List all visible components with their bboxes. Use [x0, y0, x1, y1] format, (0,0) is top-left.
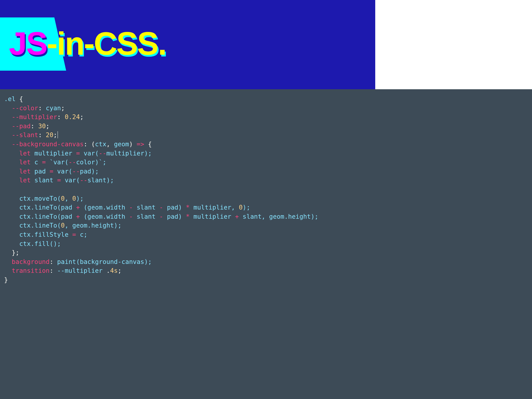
selector: .el	[4, 95, 15, 103]
css-prop: --background-canvas	[12, 140, 84, 148]
code-editor[interactable]: .el { --color: cyan; --multiplier: 0.24;…	[0, 89, 375, 282]
text-cursor	[58, 131, 58, 138]
css-prop: transition	[12, 267, 50, 274]
keyword: let	[19, 150, 30, 157]
css-prop: --multiplier	[12, 113, 57, 121]
css-value: 0.24	[65, 113, 80, 121]
keyword: let	[19, 158, 30, 166]
keyword: let	[19, 168, 30, 175]
css-value: cyan	[46, 104, 61, 112]
css-prop: background	[12, 258, 50, 265]
css-prop: --color	[12, 104, 38, 112]
css-value: 20	[46, 131, 53, 139]
title-js: JS	[9, 25, 47, 61]
css-prop: --pad	[12, 122, 31, 130]
slide-title: JS-in-CSS. JS-in-CSS.	[9, 27, 166, 60]
css-prop: --slant	[12, 131, 38, 139]
title-rest: -in-CSS.	[47, 25, 166, 61]
hero-banner: JS-in-CSS. JS-in-CSS.	[0, 0, 375, 89]
css-value: 30	[38, 122, 46, 130]
keyword: let	[19, 176, 30, 184]
